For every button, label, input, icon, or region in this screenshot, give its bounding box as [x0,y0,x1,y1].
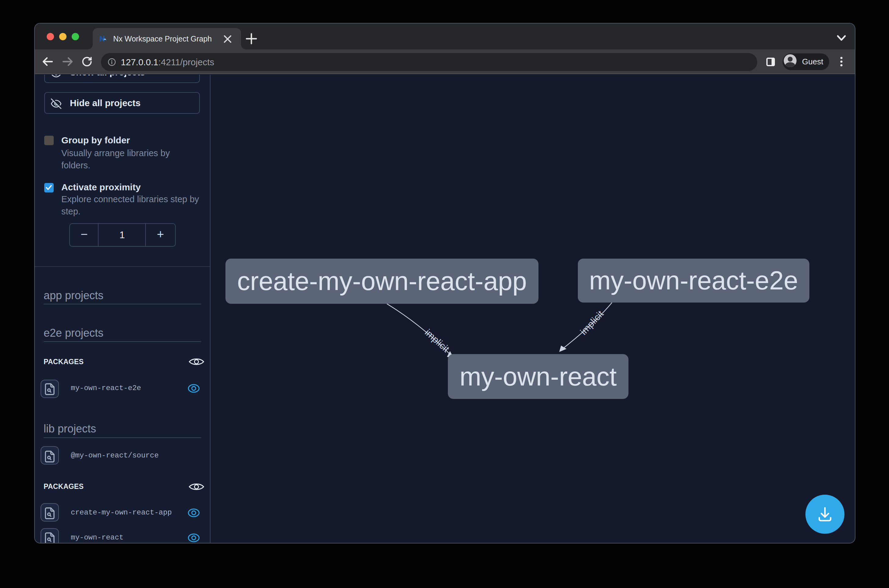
svg-text:implicit: implicit [423,327,452,354]
svg-text:implicit: implicit [578,308,605,337]
